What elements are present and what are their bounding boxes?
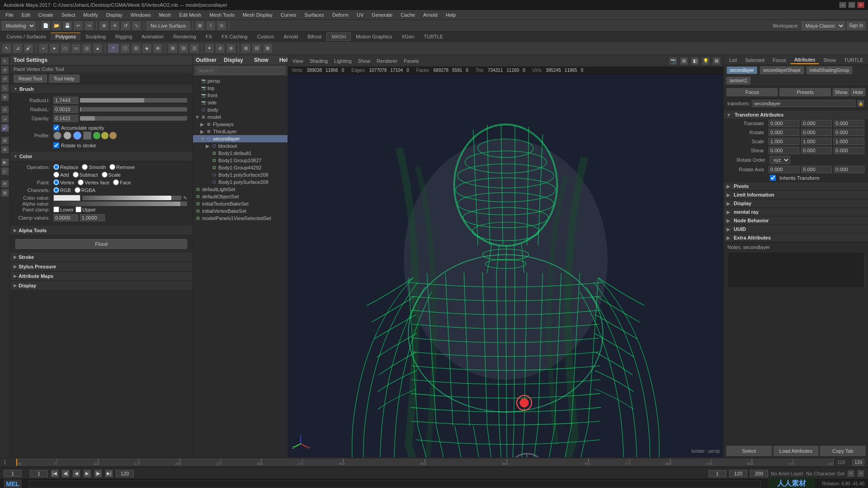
lasso-tool[interactable]: ⊿ — [13, 43, 23, 53]
node-tab-secondlayershape[interactable]: secondlayerShape — [760, 66, 804, 74]
attr-tab-show[interactable]: Show — [820, 56, 840, 64]
max-frame-input[interactable] — [750, 470, 768, 477]
mel-label[interactable]: MEL — [4, 479, 22, 488]
rotate-icon[interactable]: ↺ — [1, 75, 9, 83]
tab-turtle[interactable]: TURTLE — [419, 33, 448, 40]
tab-polygons[interactable]: Polygons — [51, 33, 80, 40]
alpha-slider[interactable] — [53, 202, 187, 206]
menu-windows[interactable]: Windows — [127, 11, 155, 19]
extra-attrs-header[interactable]: ▶ Extra Attributes — [724, 234, 868, 242]
tab-arnold[interactable]: Arnold — [279, 33, 302, 40]
universal-icon[interactable]: ⊕ — [1, 93, 9, 101]
vp-wire-btn[interactable]: ⊞ — [680, 57, 688, 65]
tree-item-group10827[interactable]: ⊡ Body1:Group10827 — [193, 157, 288, 164]
tree-item-initialvertexbakeset[interactable]: ⊡ initialVertexBakeSet — [193, 207, 288, 215]
reset-tool-btn[interactable]: Reset Tool — [14, 75, 47, 83]
outliner-show-menu[interactable]: Show — [250, 56, 272, 64]
shear-z[interactable] — [834, 147, 864, 154]
tab-custom[interactable]: Custom — [253, 33, 279, 40]
tree-item-thirdlayer[interactable]: ▶ ⊞ ThirdLayer — [193, 128, 288, 135]
render-icon[interactable]: ▶ — [1, 158, 9, 166]
paint-face[interactable]: Face — [113, 179, 131, 185]
select-btn[interactable]: Select — [726, 446, 772, 456]
menu-modify[interactable]: Modify — [80, 11, 101, 19]
color-slider[interactable] — [82, 196, 181, 200]
edge-loop[interactable]: ⊞ — [168, 43, 178, 53]
snap-icon[interactable]: ⊛ — [1, 145, 9, 154]
scale-z[interactable] — [834, 138, 864, 145]
new-btn[interactable]: 📄 — [41, 21, 51, 31]
node-tab-lambert1[interactable]: lambert1 — [726, 77, 750, 84]
tab-bifrost[interactable]: Bifrost — [303, 33, 326, 40]
scale-icon[interactable]: ⤡ — [1, 84, 9, 92]
tree-item-initialtexturebakeset[interactable]: ⊡ initialTextureBakeSet — [193, 200, 288, 207]
scale-btn[interactable]: ⤡ — [132, 21, 142, 31]
undo-btn[interactable]: ↩ — [73, 21, 83, 31]
sculpt-btn[interactable]: ✦ — [204, 43, 214, 53]
tree-item-blockout[interactable]: ▶ ⬡ blockout — [193, 142, 288, 150]
vp-shade-btn[interactable]: ◧ — [691, 57, 699, 65]
combine-btn[interactable]: ⊞ — [241, 43, 251, 53]
opacity-slider[interactable] — [80, 116, 187, 121]
cylinder-btn[interactable]: ⬭ — [60, 43, 70, 53]
search-input[interactable] — [196, 66, 285, 75]
profile-circle-3[interactable] — [73, 131, 81, 140]
copy-tab-btn[interactable]: Copy Tab — [820, 446, 865, 456]
cone-btn[interactable]: ▲ — [93, 43, 103, 53]
timeline-speed[interactable]: 120 — [852, 459, 864, 466]
menu-file[interactable]: File — [2, 11, 17, 19]
tree-item-model[interactable]: ▼ ⊞ model — [193, 113, 288, 121]
tree-item-persp[interactable]: 📷 persp — [193, 77, 288, 84]
separate-btn[interactable]: ⊟ — [252, 43, 262, 53]
tree-item-polysurface209[interactable]: ⬡ Body1:polySurface209 — [193, 178, 288, 186]
rotate-x[interactable] — [769, 129, 799, 136]
translate-x[interactable] — [769, 120, 799, 127]
vp-light-btn[interactable]: 💡 — [702, 57, 710, 65]
node-tab-initialshadinggroup[interactable]: initialShadingGroup — [807, 66, 852, 74]
menu-mesh-display[interactable]: Mesh Display — [239, 11, 276, 19]
menu-display[interactable]: Display — [103, 11, 126, 19]
color-swatch[interactable] — [53, 195, 80, 201]
append-btn[interactable]: ⊕ — [153, 43, 163, 53]
profile-square[interactable] — [83, 131, 91, 140]
vp-lighting-menu[interactable]: Lighting — [332, 58, 354, 64]
tab-xgen[interactable]: XGen — [397, 33, 419, 40]
scale-y[interactable] — [801, 138, 832, 145]
attr-tab-list[interactable]: List — [726, 56, 741, 64]
chan-rgba[interactable]: RGBA — [75, 187, 95, 193]
paint-vertexface[interactable]: Vertex face — [78, 179, 109, 185]
tree-item-defaultlightset[interactable]: ⊡ defaultLightSet — [193, 186, 288, 193]
hide-btn[interactable]: Hide — [850, 88, 865, 96]
save-btn[interactable]: 💾 — [62, 21, 72, 31]
tab-mash[interactable]: MASH — [326, 33, 351, 41]
extract-btn[interactable]: ⊠ — [263, 43, 273, 53]
transform-name-input[interactable] — [752, 100, 855, 107]
load-attrs-btn[interactable]: Load Attributes — [774, 446, 819, 456]
paint-select[interactable]: 🖌 — [24, 43, 33, 53]
paint-icon[interactable]: 🖌 — [1, 124, 9, 132]
translate-y[interactable] — [801, 120, 832, 127]
limit-info-header[interactable]: ▶ Limit Information — [724, 191, 868, 199]
menu-edit[interactable]: Edit — [18, 11, 34, 19]
op-add[interactable]: Add — [53, 172, 69, 178]
translate-z[interactable] — [834, 120, 864, 127]
clamp-lower[interactable]: Lower — [53, 206, 74, 212]
clamp-max-input[interactable] — [80, 214, 105, 221]
profile-circle-2[interactable] — [63, 131, 71, 140]
move-btn[interactable]: ✛ — [110, 21, 120, 31]
rotate-to-stroke-check[interactable] — [53, 142, 59, 148]
range-end-right[interactable] — [729, 470, 747, 477]
tree-item-body1default1[interactable]: ⊡ Body1:default1 — [193, 150, 288, 157]
menu-cache[interactable]: Cache — [397, 11, 419, 19]
snap-point[interactable]: ⊙ — [217, 21, 226, 31]
focus-btn[interactable]: Focus — [726, 88, 778, 96]
menu-create[interactable]: Create — [35, 11, 57, 19]
transform-btn[interactable]: ⊕ — [99, 21, 109, 31]
snap-grid[interactable]: ⊞ — [195, 21, 205, 31]
tree-item-secondlayer[interactable]: ▼ ⬡ secondlayer — [193, 135, 288, 142]
radius-upper-slider[interactable] — [80, 98, 187, 103]
op-replace[interactable]: Replace — [53, 164, 78, 170]
isolate-icon[interactable]: ⊠ — [1, 189, 9, 197]
soft-sel-icon[interactable]: ⊙ — [1, 106, 9, 114]
anim-layer-btn[interactable]: + — [847, 470, 854, 477]
